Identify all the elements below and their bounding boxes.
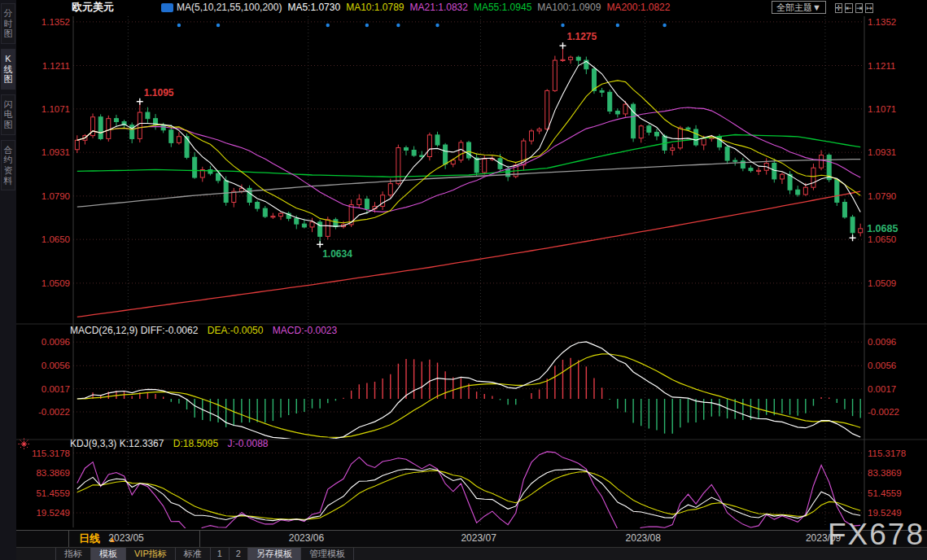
price-axis-tick-right: 1.0650 [868,234,896,244]
kdj-d-label: D:18.5095 [173,438,218,449]
candle [216,173,221,181]
ma-value-label: MA100:1.0909 [537,2,601,13]
candle [444,145,448,164]
macd-axis-tick-left: 0.0017 [42,384,70,394]
candle [859,229,863,233]
toolbar-tab[interactable]: 模板 [91,548,126,560]
candle [592,69,596,91]
sidebar-item-chart-type[interactable]: 分 时 图 [1,3,15,44]
move-icon[interactable]: ✛ [835,3,843,13]
chart-type-sidebar: 分 时 图K 线 图闪 电 图合 约 资 料 [0,0,16,560]
candle [247,188,251,202]
price-axis-tick-left: 1.0650 [42,234,70,244]
expand-x-icon[interactable]: ⇥ [855,3,864,13]
candle [98,117,103,139]
sidebar-item-chart-type[interactable]: 闪 电 图 [1,94,15,135]
event-dot [177,24,181,27]
toolbar-tab[interactable]: 管理模板 [301,548,354,560]
toolbar-tab[interactable]: 指标 [55,548,91,560]
kdj-axis-tick-left: 51.4559 [36,488,70,498]
candle [435,135,439,145]
event-dots [177,24,667,27]
event-dot [662,24,666,27]
candle [396,147,400,183]
candle [600,90,604,92]
bottom-toolbar: 指标模板VIP指标标准12另存模板管理模板 [16,547,927,560]
candle [381,195,385,207]
ma-value-label: MA21:1.0832 [410,2,468,13]
candle [263,208,267,217]
candle [169,130,173,143]
candle [694,129,698,145]
candle [702,138,706,145]
ma-value-label: MA200:1.0822 [606,2,670,13]
date-axis-label: 2023/06 [289,532,324,544]
price-axis-tick-right: 1.0509 [868,278,896,288]
price-axis-tick-left: 1.0509 [42,278,70,288]
candle [302,224,306,227]
candle [295,218,299,224]
candle [678,128,682,148]
candle [850,217,855,233]
alert-burst-icon[interactable] [18,438,30,453]
extreme-price-label: 1.1095 [144,87,174,98]
ma-value-label: MA5:1.0730 [287,2,340,13]
current-price-label: 1.0685 [867,223,898,234]
candle [334,220,338,227]
candle [193,157,197,177]
candle [224,181,228,203]
sidebar-item-active[interactable]: K 线 图 [1,49,15,90]
kdj-header: KDJ(9,3,3) K:12.3367 D:18.5095 J:-0.0088 [70,438,269,449]
candle [632,104,636,138]
compress-x-icon[interactable]: ⇤ [845,3,853,13]
candle [529,131,533,141]
candle [757,170,761,171]
kdj-axis-tick-right: 83.3869 [868,468,902,478]
pan-right-icon[interactable]: ↦ [865,3,873,13]
toolbar-tab[interactable]: VIP指标 [126,548,176,560]
candle [177,137,181,143]
candle [146,112,150,119]
candle [310,222,314,227]
candle [545,90,549,129]
trading-app-window: 1.13521.13521.12111.12111.10711.10711.09… [0,0,927,560]
theme-dropdown-button[interactable]: 全部主题▼ [772,1,826,14]
event-dot [326,24,330,27]
candle [256,202,260,208]
ma-value-label: MA10:1.0789 [346,2,404,13]
kdj-axis-tick-right: 51.4559 [868,488,902,498]
candle [365,199,369,209]
timeframe-selector-label: 日线 [79,532,100,545]
candle [835,180,839,203]
macd-dea-label: DEA:-0.0050 [208,325,264,336]
price-axis-tick-left: 1.0790 [42,191,70,201]
event-dot [365,24,369,27]
macd-header: MACD(26,12,9) DIFF:-0.0062 DEA:-0.0050 M… [70,325,337,336]
macd-axis-tick-right: -0.0022 [868,407,899,417]
candle [114,119,118,122]
candle [654,132,658,136]
candle [279,213,283,216]
toolbar-tab[interactable]: 1 [211,548,230,560]
toolbar-tab[interactable]: 标准 [176,548,211,560]
candle [412,151,416,155]
kdj-axis-tick-right: 115.3178 [868,448,906,458]
sidebar-item-chart-type[interactable]: 合 约 资 料 [1,140,15,191]
toolbar-tab[interactable]: 另存模板 [248,548,301,560]
pair-title: 欧元美元 [72,0,114,15]
candle [326,220,330,237]
candle [639,126,643,138]
candle [483,159,487,173]
macd-axis-tick-right: 0.0056 [868,361,896,370]
ma-values-strip: MA(5,10,21,55,100,200)MA5:1.0730MA10:1.0… [177,2,676,13]
candle [576,57,580,60]
ma-chart-icon[interactable] [161,3,173,12]
price-axis-tick-right: 1.0931 [868,147,896,157]
candle [749,168,753,171]
macd-axis-tick-left: 0.0096 [42,337,70,347]
toolbar-tab[interactable]: 2 [230,548,248,560]
timeframe-label: 【日线】 [114,0,156,15]
candle [459,142,463,160]
macd-axis-tick-right: 0.0017 [868,384,896,394]
candle [107,119,111,139]
